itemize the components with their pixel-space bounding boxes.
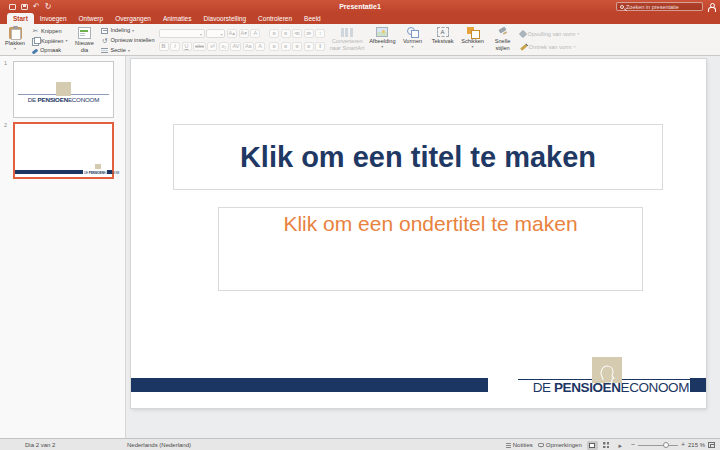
cut-label: Knippen (41, 28, 62, 34)
slide-sorter-icon (603, 442, 609, 448)
justify-button[interactable]: ≡ (304, 42, 314, 51)
tab-controleren[interactable]: Controleren (252, 13, 298, 25)
font-size-select[interactable]: ▾ (206, 29, 225, 38)
slide1-thumbnail[interactable]: DE PENSIOENECONOOM (13, 61, 114, 118)
slide-editor[interactable]: Klik om een titel te maken Klik om een o… (131, 59, 706, 408)
document-title: Presentatie1 (0, 3, 720, 10)
clipboard-group: Plakken ▾ ✂ Knippen Kopiëren ▾ Opmaak (2, 26, 67, 53)
copy-label: Kopiëren (41, 38, 63, 44)
clear-formatting-button[interactable]: A (250, 29, 260, 38)
tab-invoegen[interactable]: Invoegen (34, 13, 73, 25)
convert-smartart-button[interactable]: Converteren naar SmartArt (329, 26, 365, 51)
shape-format-stack: Opvulling van vorm ▾ Omtrek van vorm ▾ (520, 27, 580, 53)
quick-styles-label-1: Snelle (495, 38, 511, 45)
ribbon: Plakken ▾ ✂ Knippen Kopiëren ▾ Opmaak Ni… (0, 24, 720, 56)
zoom-level[interactable]: 215 % (688, 442, 705, 448)
font-row-2: B I U abc x² x₂ AV Aa A (159, 42, 266, 51)
zoom-out-button[interactable]: − (631, 442, 635, 448)
comments-toggle[interactable]: Opmerkingen (538, 442, 582, 448)
title-placeholder[interactable]: Klik om een titel te maken (173, 124, 663, 190)
new-slide-button[interactable]: Nieuwe dia (71, 26, 97, 53)
shape-fill-label: Opvulling van vorm (528, 31, 576, 37)
paste-caret-icon: ▾ (14, 47, 16, 52)
increase-indent-button[interactable]: ≫ (304, 29, 314, 38)
zoom-slider-knob[interactable] (663, 442, 669, 448)
shape-outline-button[interactable]: Omtrek van vorm ▾ (520, 44, 580, 50)
notes-icon (506, 443, 511, 448)
font-size-caret-icon: ▾ (221, 32, 223, 37)
thumb2-logo-icon (95, 164, 101, 169)
copy-button[interactable]: Kopiëren ▾ (32, 37, 67, 44)
slideshow-icon: ▸ (619, 442, 623, 449)
view-switcher: ▸ (587, 441, 626, 450)
thumb2-stripe (15, 170, 83, 174)
line-spacing-button[interactable]: ↕ (315, 29, 325, 38)
grow-font-button[interactable]: A▴ (227, 29, 237, 38)
font-row-1: ▾ ▾ A▴ A▾ A (159, 29, 266, 38)
tab-animaties[interactable]: Animaties (157, 13, 198, 25)
bold-button[interactable]: B (159, 42, 169, 51)
arrange-button[interactable]: Schikken ▾ (460, 26, 486, 50)
redo-icon[interactable]: ↻ (45, 2, 52, 12)
underline-button[interactable]: U (182, 42, 192, 51)
shrink-font-button[interactable]: A▾ (239, 29, 249, 38)
subtitle-placeholder[interactable]: Klik om een ondertitel te maken (218, 207, 643, 291)
search-box[interactable]: Zoeken in presentatie (616, 2, 703, 11)
fit-slide-to-window-icon[interactable] (708, 442, 715, 448)
font-name-select[interactable]: ▾ (159, 29, 205, 38)
window-icon[interactable] (9, 4, 16, 10)
tab-ontwerp[interactable]: Ontwerp (73, 13, 110, 25)
save-icon[interactable] (21, 4, 28, 10)
format-painter-label: Opmaak (40, 47, 61, 53)
font-color-button[interactable]: A (255, 42, 265, 51)
tab-overgangen[interactable]: Overgangen (109, 13, 157, 25)
slide2-thumbnail[interactable]: DE PENSIOENECONOOM (13, 122, 114, 179)
tab-diavoorstelling[interactable]: Diavoorstelling (197, 13, 252, 25)
reset-button[interactable]: ↺ Opnieuw instellen (101, 37, 154, 44)
copy-icon (32, 37, 39, 44)
numbering-button[interactable]: ≡ (281, 29, 291, 38)
zoom-in-button[interactable]: + (681, 442, 685, 448)
textbox-button[interactable]: A Tekstvak (430, 26, 456, 45)
search-icon (620, 5, 624, 9)
section-button[interactable]: Sectie ▾ (101, 47, 154, 53)
superscript-button[interactable]: x² (207, 42, 217, 51)
shapes-caret-icon: ▾ (412, 45, 414, 50)
notes-toggle[interactable]: Notities (506, 442, 533, 448)
paste-button[interactable]: Plakken ▾ (2, 26, 28, 52)
shape-outline-label: Omtrek van vorm (529, 44, 572, 50)
slideshow-view-button[interactable]: ▸ (615, 441, 626, 450)
section-icon (101, 48, 108, 53)
subscript-button[interactable]: x₂ (219, 42, 229, 51)
normal-view-button[interactable] (587, 441, 598, 450)
new-slide-label-1: Nieuwe (75, 40, 94, 47)
decrease-indent-button[interactable]: ≪ (292, 29, 302, 38)
character-spacing-button[interactable]: AV (230, 42, 241, 51)
italic-button[interactable]: I (170, 42, 180, 51)
align-left-button[interactable]: ≡ (269, 42, 279, 51)
slide-sorter-view-button[interactable] (601, 441, 612, 450)
align-center-button[interactable]: ≡ (281, 42, 291, 51)
scissors-icon: ✂ (32, 27, 39, 34)
format-painter-button[interactable]: Opmaak (32, 47, 67, 53)
columns-button[interactable]: ‖ (315, 42, 325, 51)
cut-button[interactable]: ✂ Knippen (32, 27, 67, 34)
layout-button[interactable]: Indeling ▾ (101, 27, 154, 34)
tab-start[interactable]: Start (7, 13, 34, 25)
quick-styles-button[interactable]: Snelle stijlen (490, 26, 516, 51)
picture-button[interactable]: Afbeelding ▾ (369, 26, 395, 50)
zoom-slider[interactable] (638, 445, 678, 446)
shapes-button[interactable]: Vormen ▾ (400, 26, 426, 50)
share-icon[interactable] (707, 3, 716, 11)
slide-thumbnail-panel: 1 DE PENSIOENECONOOM 2 DE PENSIOENECONOO… (0, 56, 126, 438)
undo-icon[interactable]: ↶ (33, 2, 40, 12)
shape-fill-button[interactable]: Opvulling van vorm ▾ (520, 30, 580, 37)
change-case-button[interactable]: Aa (243, 42, 254, 51)
pencil-icon (520, 44, 527, 50)
strikethrough-button[interactable]: abc (193, 42, 206, 51)
tab-beeld[interactable]: Beeld (298, 13, 327, 25)
bullets-button[interactable]: ≡ (269, 29, 279, 38)
shape-fill-caret-icon: ▾ (577, 31, 579, 36)
language-indicator[interactable]: Nederlands (Nederland) (127, 442, 191, 448)
align-right-button[interactable]: ≡ (292, 42, 302, 51)
